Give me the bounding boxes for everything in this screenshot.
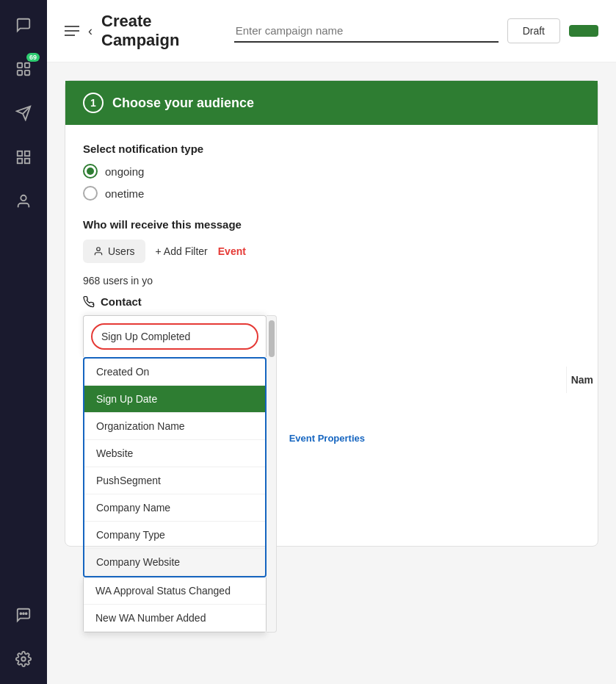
- dropdown-blue-group: Created On Sign Up Date Organization Nam…: [83, 357, 267, 577]
- event-label: Event: [218, 245, 246, 257]
- back-button[interactable]: ‹: [88, 24, 93, 39]
- sidebar-item-chat[interactable]: [10, 12, 37, 38]
- publish-button[interactable]: [569, 25, 598, 37]
- dropdown-container: Sign Up Completed Created On Sign Up Dat…: [83, 315, 277, 633]
- contact-label: Contact: [101, 295, 142, 308]
- step-number: 1: [83, 93, 104, 113]
- dropdown-company-name[interactable]: Company Name: [84, 494, 265, 522]
- users-chip-label: Users: [108, 245, 135, 257]
- svg-point-12: [23, 613, 24, 614]
- radio-ongoing-circle: [83, 164, 98, 179]
- section-header: 1 Choose your audience: [65, 81, 598, 125]
- dropdown-created-on[interactable]: Created On: [84, 359, 265, 386]
- sidebar-item-grid[interactable]: [10, 144, 37, 170]
- main-content: ‹ Create Campaign Draft 1 Choose your au…: [47, 0, 616, 684]
- receives-label: Who will receive this message: [83, 218, 580, 231]
- scrollbar-thumb[interactable]: [269, 320, 275, 357]
- page-content: 1 Choose your audience Select notificati…: [47, 62, 616, 684]
- add-filter-button[interactable]: + Add Filter: [153, 240, 211, 263]
- svg-rect-6: [18, 151, 22, 156]
- svg-rect-3: [25, 71, 29, 75]
- svg-rect-7: [25, 151, 29, 156]
- section-body: Select notification type ongoing onetime…: [65, 125, 598, 546]
- svg-rect-0: [18, 63, 22, 68]
- radio-ongoing-label: ongoing: [105, 165, 144, 178]
- campaign-name-input[interactable]: [234, 20, 499, 43]
- notifications-badge: 69: [26, 53, 40, 62]
- page-title: Create Campaign: [101, 12, 225, 50]
- radio-ongoing[interactable]: ongoing: [83, 164, 580, 179]
- notification-type-label: Select notification type: [83, 143, 580, 155]
- dropdown-org-name[interactable]: Organization Name: [84, 413, 265, 440]
- users-chip[interactable]: Users: [83, 240, 145, 263]
- svg-point-10: [21, 195, 26, 201]
- radio-onetime-label: onetime: [105, 187, 144, 200]
- contact-row: Contact: [83, 295, 580, 308]
- radio-group: ongoing onetime: [83, 164, 580, 201]
- page-header: ‹ Create Campaign Draft: [47, 0, 616, 62]
- dropdown-push-segment[interactable]: PushSegment: [84, 467, 265, 494]
- svg-rect-1: [25, 63, 29, 68]
- svg-rect-9: [25, 159, 29, 163]
- dropdown-wa-approval[interactable]: WA Approval Status Changed: [84, 577, 266, 605]
- dropdown-company-type[interactable]: Company Type: [84, 522, 265, 549]
- name-partial: Nam: [566, 367, 598, 393]
- filter-row: Users + Add Filter Event: [83, 240, 580, 263]
- sidebar-item-send[interactable]: [10, 100, 37, 126]
- users-count: 968 users in yo: [83, 275, 580, 287]
- svg-point-14: [21, 657, 26, 661]
- phone-icon: [83, 296, 95, 308]
- sidebar-item-notifications[interactable]: 69: [10, 56, 37, 82]
- sidebar: 69: [0, 0, 47, 684]
- audience-section: 1 Choose your audience Select notificati…: [65, 80, 598, 547]
- draft-button[interactable]: Draft: [507, 18, 560, 43]
- svg-point-13: [26, 613, 27, 614]
- svg-rect-8: [18, 159, 22, 163]
- svg-point-15: [97, 248, 101, 251]
- users-chip-icon: [93, 246, 104, 256]
- dropdown-new-wa-number[interactable]: New WA Number Added: [84, 605, 266, 632]
- hamburger-menu[interactable]: [65, 26, 79, 36]
- dropdown-company-website[interactable]: Company Website: [84, 549, 265, 576]
- dropdown-signup-completed[interactable]: Sign Up Completed: [91, 323, 258, 350]
- dropdown-signup-date[interactable]: Sign Up Date: [84, 386, 265, 413]
- svg-rect-2: [18, 71, 22, 75]
- event-properties-label: Event Properties: [289, 433, 365, 445]
- radio-onetime-circle: [83, 186, 98, 201]
- sidebar-item-contacts[interactable]: [10, 188, 37, 215]
- sidebar-item-settings[interactable]: [10, 646, 37, 672]
- radio-onetime[interactable]: onetime: [83, 186, 580, 201]
- sidebar-item-message[interactable]: [10, 602, 37, 628]
- dropdown-website[interactable]: Website: [84, 440, 265, 467]
- header-actions: Draft: [234, 18, 598, 43]
- section-title: Choose your audience: [112, 96, 254, 111]
- svg-point-11: [20, 613, 21, 614]
